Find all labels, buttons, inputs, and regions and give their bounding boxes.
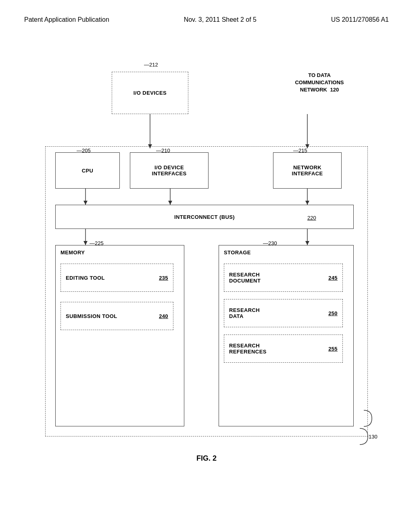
header-right: US 2011/270856 A1 <box>331 16 389 23</box>
page: Patent Application Publication Nov. 3, 2… <box>0 0 413 532</box>
storage-label: STORAGE <box>224 249 251 256</box>
research-document-label: RESEARCHDOCUMENT <box>229 272 261 284</box>
storage-outer-box: STORAGE RESEARCHDOCUMENT 245 RESEARCHDAT… <box>219 245 354 426</box>
diagram: I/O DEVICES —212 TO DATA COMMUNICATIONS … <box>33 48 380 471</box>
ref-240: 240 <box>159 313 168 319</box>
ref-215: —215 <box>293 148 307 154</box>
ref-235: 235 <box>159 275 168 281</box>
ref-205: —205 <box>77 148 91 154</box>
memory-outer-box: MEMORY EDITING TOOL 235 SUBMISSION TOOL … <box>55 245 184 426</box>
ref-220: 220 <box>307 215 316 221</box>
figure-label: FIG. 2 <box>196 454 217 463</box>
ref-225: —225 <box>90 240 104 246</box>
research-data-box: RESEARCHDATA 250 <box>224 299 343 327</box>
network-interface-box: NETWORKINTERFACE <box>273 152 342 189</box>
cpu-box: CPU <box>55 152 120 189</box>
editing-tool-box: EDITING TOOL 235 <box>60 264 173 292</box>
header-left: Patent Application Publication <box>24 16 109 23</box>
io-device-interfaces-box: I/O DEVICEINTERFACES <box>130 152 209 189</box>
ref-212: —212 <box>144 62 158 68</box>
memory-label: MEMORY <box>60 249 85 256</box>
ref-130: 130 <box>356 426 376 452</box>
research-document-box: RESEARCHDOCUMENT 245 <box>224 264 343 292</box>
submission-tool-box: SUBMISSION TOOL 240 <box>60 302 173 330</box>
page-header: Patent Application Publication Nov. 3, 2… <box>24 16 389 23</box>
research-data-label: RESEARCHDATA <box>229 307 260 319</box>
io-devices-box: I/O DEVICES <box>112 72 188 114</box>
to-data-label: TO DATA COMMUNICATIONS NETWORK 120 <box>283 72 356 94</box>
io-device-interfaces-label: I/O DEVICEINTERFACES <box>152 164 186 177</box>
io-devices-label: I/O DEVICES <box>133 90 167 96</box>
ref-250: 250 <box>328 310 338 316</box>
ref-255: 255 <box>328 346 338 352</box>
ref-245: 245 <box>328 275 338 281</box>
research-references-box: RESEARCHREFERENCES 255 <box>224 335 343 363</box>
editing-tool-label: EDITING TOOL <box>66 275 105 281</box>
network-interface-label: NETWORKINTERFACE <box>292 164 323 177</box>
ref-230: —230 <box>263 240 277 246</box>
interconnect-label: INTERCONNECT (BUS) <box>174 214 235 220</box>
cpu-label: CPU <box>82 168 94 174</box>
ref-210: —210 <box>156 148 170 154</box>
header-center: Nov. 3, 2011 Sheet 2 of 5 <box>184 16 257 23</box>
submission-tool-label: SUBMISSION TOOL <box>66 313 117 319</box>
research-references-label: RESEARCHREFERENCES <box>229 343 267 355</box>
